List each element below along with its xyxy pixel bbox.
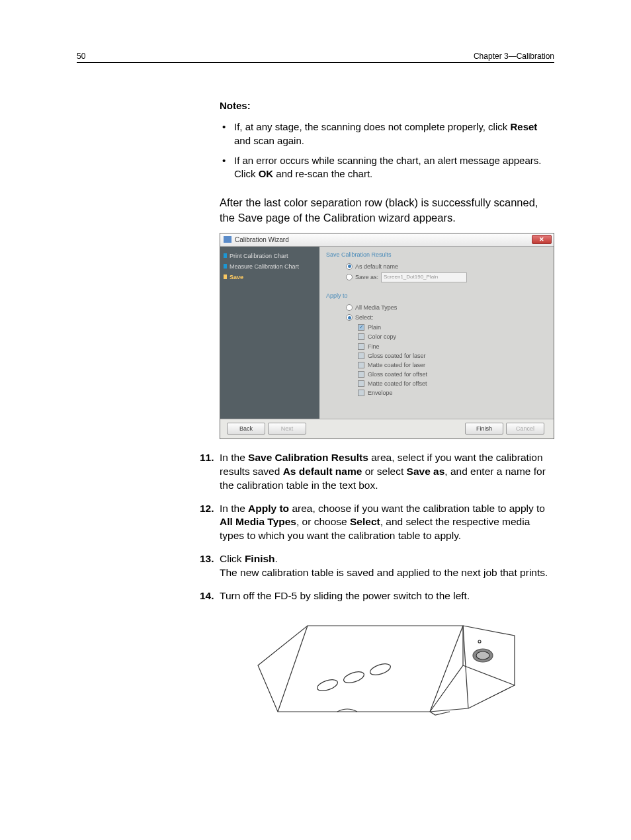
- wizard-titlebar: Calibration Wizard ✕: [220, 233, 554, 247]
- note-item: If, at any stage, the scanning does not …: [220, 120, 554, 147]
- media-checkbox[interactable]: Matte coated for offset: [358, 380, 547, 388]
- radio-default-name[interactable]: As default name: [346, 263, 547, 271]
- checkbox-icon[interactable]: [358, 390, 364, 396]
- sidebar-item-print-chart[interactable]: Print Calibration Chart: [220, 251, 319, 261]
- step-text: , or choose: [296, 516, 350, 527]
- wizard-title: Calibration Wizard: [235, 235, 289, 245]
- cancel-button[interactable]: Cancel: [506, 423, 544, 435]
- step-11: 11. In the Save Calibration Results area…: [220, 451, 554, 493]
- main-content: Notes: If, at any stage, the scanning do…: [220, 99, 554, 716]
- checkbox-label: Plain: [368, 323, 381, 331]
- checkbox-label: Gloss coated for laser: [368, 352, 426, 360]
- step-text: Click: [220, 553, 245, 564]
- header-divider: [77, 62, 554, 63]
- save-as-textbox[interactable]: Screen1_Dot190_Plain: [381, 273, 467, 282]
- chapter-title: Chapter 3—Calibration: [474, 52, 554, 61]
- device-illustration: [251, 612, 523, 716]
- checkbox-icon[interactable]: [358, 380, 364, 387]
- numbered-steps: 11. In the Save Calibration Results area…: [220, 451, 554, 603]
- wizard-body: Print Calibration Chart Measure Calibrat…: [220, 247, 554, 419]
- step-text: In the: [220, 452, 248, 463]
- note-text: and re-scan the chart.: [273, 168, 372, 179]
- media-checkbox-plain[interactable]: Plain: [358, 323, 547, 331]
- step-bold: Select: [350, 516, 380, 527]
- step-13: 13. Click Finish. The new calibration ta…: [220, 552, 554, 580]
- checkbox-icon[interactable]: [358, 333, 364, 340]
- wizard-sidebar: Print Calibration Chart Measure Calibrat…: [220, 247, 319, 419]
- radio-icon[interactable]: [346, 314, 353, 321]
- checkbox-label: Gloss coated for offset: [368, 370, 427, 378]
- note-item: If an error occurs while scanning the ch…: [220, 154, 554, 181]
- media-checkbox[interactable]: Envelope: [358, 389, 547, 397]
- step-text: In the: [220, 503, 248, 514]
- checkbox-label: Color copy: [368, 333, 396, 341]
- checkbox-icon[interactable]: [358, 324, 364, 331]
- back-button[interactable]: Back: [227, 423, 265, 435]
- radio-label: As default name: [355, 263, 398, 271]
- step-bold: Save as: [407, 466, 445, 477]
- device-svg: [251, 612, 523, 716]
- step-bold: All Media Types: [220, 516, 296, 527]
- step-text: or select: [362, 466, 406, 477]
- radio-icon[interactable]: [346, 274, 353, 280]
- apply-to-label: Apply to: [326, 292, 547, 300]
- step-substep: The new calibration table is saved and a…: [220, 566, 554, 580]
- media-checkbox[interactable]: Color copy: [358, 333, 547, 341]
- radio-all-media[interactable]: All Media Types: [346, 304, 547, 312]
- step-12: 12. In the Apply to area, choose if you …: [220, 502, 554, 544]
- close-icon[interactable]: ✕: [532, 235, 552, 244]
- checkbox-label: Matte coated for offset: [368, 380, 427, 388]
- radio-label: Save as:: [355, 273, 378, 281]
- checkbox-icon[interactable]: [358, 343, 364, 350]
- step-bold: Apply to: [248, 503, 289, 514]
- radio-label: Select:: [355, 314, 374, 321]
- notes-list: If, at any stage, the scanning does not …: [220, 120, 554, 181]
- wizard-main-panel: Save Calibration Results As default name…: [319, 247, 554, 419]
- note-bold: Reset: [510, 121, 537, 132]
- media-checkbox[interactable]: Gloss coated for offset: [358, 370, 547, 378]
- checkbox-icon[interactable]: [358, 362, 364, 368]
- step-bold: Finish: [245, 553, 275, 564]
- step-text: area, choose if you want the calibration…: [289, 503, 545, 514]
- svg-point-5: [478, 640, 481, 643]
- svg-point-0: [316, 677, 339, 693]
- radio-icon[interactable]: [346, 263, 353, 270]
- window-icon: [224, 236, 231, 243]
- notes-heading: Notes:: [220, 99, 554, 112]
- checkbox-label: Envelope: [368, 389, 393, 397]
- media-checkbox[interactable]: Fine: [358, 343, 547, 351]
- step-14: 14. Turn off the FD-5 by sliding the pow…: [220, 589, 554, 603]
- sidebar-item-save[interactable]: Save: [220, 272, 319, 282]
- step-number: 13.: [200, 552, 214, 566]
- svg-point-4: [476, 651, 489, 659]
- step-number: 12.: [200, 502, 214, 516]
- sidebar-item-measure-chart[interactable]: Measure Calibration Chart: [220, 261, 319, 272]
- note-bold: OK: [259, 168, 274, 179]
- checkbox-label: Matte coated for laser: [368, 361, 425, 369]
- step-bold: As default name: [283, 466, 362, 477]
- note-text: and scan again.: [234, 135, 304, 146]
- calibration-wizard-window: Calibration Wizard ✕ Print Calibration C…: [220, 233, 554, 439]
- note-text: If, at any stage, the scanning does not …: [234, 121, 510, 132]
- next-button[interactable]: Next: [268, 423, 306, 435]
- checkbox-icon[interactable]: [358, 353, 364, 359]
- step-text: Turn off the FD-5 by sliding the power s…: [220, 590, 470, 601]
- media-checkbox[interactable]: Matte coated for laser: [358, 361, 547, 369]
- intro-paragraph: After the last color separation row (bla…: [220, 195, 554, 225]
- step-number: 11.: [200, 451, 214, 465]
- radio-select-media[interactable]: Select:: [346, 314, 547, 321]
- wizard-footer: Back Next Finish Cancel: [220, 419, 554, 439]
- svg-point-2: [369, 661, 392, 677]
- radio-icon[interactable]: [346, 304, 353, 311]
- radio-label: All Media Types: [355, 304, 397, 312]
- save-results-label: Save Calibration Results: [326, 251, 547, 259]
- step-bold: Save Calibration Results: [248, 452, 368, 463]
- svg-point-1: [343, 669, 366, 685]
- step-number: 14.: [200, 589, 214, 603]
- checkbox-label: Fine: [368, 343, 380, 351]
- media-checkbox[interactable]: Gloss coated for laser: [358, 352, 547, 360]
- finish-button[interactable]: Finish: [465, 423, 503, 435]
- checkbox-icon[interactable]: [358, 371, 364, 378]
- step-text: .: [275, 553, 278, 564]
- radio-save-as[interactable]: Save as: Screen1_Dot190_Plain: [346, 273, 547, 282]
